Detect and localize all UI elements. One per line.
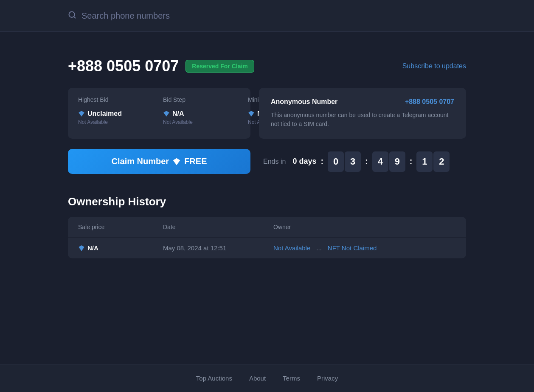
bid-sub-highest: Not Available [78,119,163,125]
countdown-digits-seconds: 1 2 [416,151,450,172]
table-header-date: Date [163,224,273,230]
price-na: N/A [87,244,98,252]
search-icon [68,11,76,21]
owner-ellipsis: ... [316,244,322,252]
ton-icon-2 [163,110,170,117]
ton-icon-3 [248,110,255,117]
ton-icon-claim [172,157,181,166]
colon-2: : [365,157,368,166]
anon-desc: This anonymous number can be used to cre… [271,111,454,129]
ton-icon-history [78,245,85,252]
table-cell-price: N/A [78,244,163,252]
ends-in-label: Ends in [263,158,286,165]
countdown-section: Ends in 0 days : 0 3 : 4 9 : 1 2 [263,151,450,172]
bid-value-step: N/A [163,110,248,118]
bid-col-step: Bid Step [163,96,248,103]
table-cell-date: May 08, 2024 at 12:51 [163,244,273,252]
owner-not-available[interactable]: Not Available [273,244,310,252]
claim-button-label: Claim Number [112,157,169,166]
countdown-digits-hours: 0 3 [328,151,361,172]
digit-0: 0 [328,151,344,172]
bid-table-row: Unclaimed Not Available N/A Not Availabl… [78,110,240,125]
svg-marker-2 [79,111,84,116]
bid-table-header: Highest Bid Bid Step Minimum Bid [78,96,240,103]
na-value: N/A [78,244,163,252]
table-header-owner: Owner [273,224,456,230]
ownership-section: Ownership History Sale price Date Owner … [68,195,466,258]
digit-5: 2 [433,151,450,172]
nft-not-claimed: NFT Not Claimed [328,244,377,252]
footer: Top Auctions About Terms Privacy [0,364,534,392]
footer-link-terms[interactable]: Terms [283,375,300,382]
anon-title: Anonymous Number [271,98,337,106]
anon-number: +888 0505 0707 [405,98,454,106]
countdown-days: 0 days [292,157,316,166]
phone-number: +888 0505 0707 [68,57,179,75]
svg-marker-4 [248,111,254,116]
bid-section: Highest Bid Bid Step Minimum Bid [68,88,466,139]
ton-icon-1 [78,110,85,117]
svg-marker-6 [79,245,84,251]
svg-marker-5 [173,158,180,165]
bid-sub-step: Not Available [163,119,248,125]
ownership-title: Ownership History [68,195,466,208]
digit-4: 1 [416,151,433,172]
bid-cell-step: N/A Not Available [163,110,248,125]
bid-col-highest: Highest Bid [78,96,163,103]
phone-header: +888 0505 0707 Reserved For Claim Subscr… [68,57,466,75]
table-row: N/A May 08, 2024 at 12:51 Not Available … [68,238,466,258]
digit-1: 3 [345,151,361,172]
table-header-price: Sale price [78,224,163,230]
digit-2: 4 [372,151,388,172]
colon-1: : [320,157,323,166]
bid-table: Highest Bid Bid Step Minimum Bid [68,88,250,139]
footer-link-about[interactable]: About [249,375,266,382]
header [0,0,534,32]
anon-card: Anonymous Number +888 0505 0707 This ano… [259,88,466,139]
table-header: Sale price Date Owner [68,217,466,238]
history-table: Sale price Date Owner N/A May 08, 202 [68,217,466,258]
bid-value-highest: Unclaimed [78,110,163,118]
main-content: +888 0505 0707 Reserved For Claim Subscr… [0,32,534,292]
footer-link-privacy[interactable]: Privacy [317,375,338,382]
countdown-digits-minutes: 4 9 [372,151,405,172]
colon-3: : [410,157,413,166]
phone-header-left: +888 0505 0707 Reserved For Claim [68,57,254,75]
bid-cell-highest: Unclaimed Not Available [78,110,163,125]
reserved-badge: Reserved For Claim [185,60,254,73]
claim-button[interactable]: Claim Number FREE [68,149,250,174]
subscribe-link[interactable]: Subscribe to updates [402,62,466,70]
claim-button-suffix: FREE [184,157,207,166]
digit-3: 9 [389,151,405,172]
action-section: Claim Number FREE Ends in 0 days : 0 3 :… [68,149,466,174]
footer-link-auctions[interactable]: Top Auctions [196,375,232,382]
svg-marker-3 [163,111,169,116]
svg-line-1 [74,16,76,18]
search-bar [68,11,466,21]
anon-card-header: Anonymous Number +888 0505 0707 [271,98,454,106]
search-input[interactable] [82,11,466,21]
table-cell-owner: Not Available ... NFT Not Claimed [273,244,456,252]
